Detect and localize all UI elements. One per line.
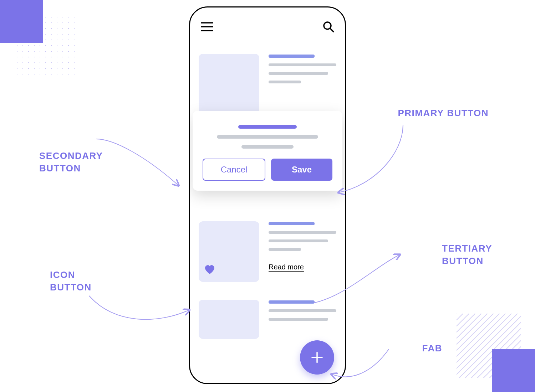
dialog: Cancel Save — [193, 111, 342, 191]
dialog-text-placeholder — [217, 135, 318, 139]
heart-icon[interactable] — [204, 265, 215, 276]
thumbnail — [199, 300, 259, 339]
decoration-top-left — [0, 0, 71, 71]
svg-line-4 — [330, 29, 333, 32]
arrow-tertiary — [310, 249, 403, 306]
dialog-title-placeholder — [238, 125, 297, 129]
thumbnail — [199, 221, 259, 282]
list-item — [199, 54, 336, 114]
arrow-secondary — [93, 135, 185, 192]
plus-icon — [310, 350, 324, 365]
cancel-button[interactable]: Cancel — [203, 159, 265, 181]
topbar — [199, 17, 336, 40]
arrow-fab — [328, 346, 392, 385]
read-more-link[interactable]: Read more — [269, 263, 304, 271]
dialog-text-placeholder — [241, 145, 294, 149]
annotation-tertiary: TERTIARY BUTTON — [442, 242, 492, 267]
text-placeholder — [269, 54, 336, 114]
hamburger-icon[interactable] — [201, 22, 213, 31]
arrow-primary — [332, 121, 410, 200]
search-icon[interactable] — [323, 21, 334, 32]
thumbnail — [199, 54, 259, 114]
phone-mockup: Read more Cancel Save — [189, 6, 346, 384]
arrow-icon — [86, 285, 193, 328]
decoration-bottom-right — [464, 321, 535, 392]
annotation-fab: FAB — [422, 342, 443, 355]
annotation-primary: PRIMARY BUTTON — [398, 107, 489, 119]
save-button[interactable]: Save — [271, 159, 332, 181]
